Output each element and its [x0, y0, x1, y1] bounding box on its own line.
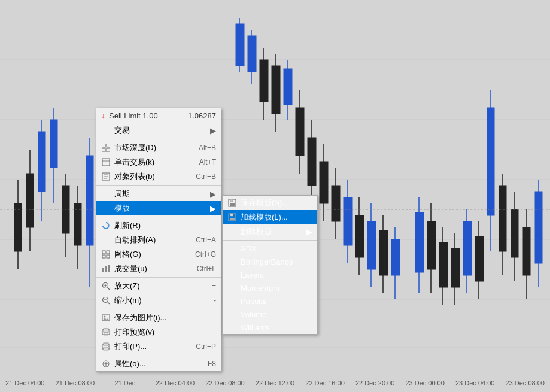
template-label: 模版 — [114, 203, 205, 214]
trade-arrow-icon: ▶ — [210, 126, 216, 135]
svg-rect-76 — [107, 148, 110, 152]
svg-rect-63 — [427, 221, 436, 269]
svg-rect-61 — [415, 212, 424, 272]
vol-icon — [100, 265, 112, 273]
svg-rect-96 — [108, 265, 110, 272]
svg-rect-9 — [26, 174, 34, 227]
svg-rect-49 — [332, 186, 340, 221]
load-template-icon — [226, 213, 238, 221]
svg-rect-65 — [439, 242, 448, 287]
svg-rect-112 — [104, 347, 108, 350]
grid-icon — [100, 250, 112, 259]
single-trade-shortcut: Alt+T — [199, 158, 216, 166]
svg-rect-17 — [74, 203, 81, 245]
print-preview-label: 打印预览(v) — [114, 327, 216, 338]
volume-shortcut: Ctrl+L — [197, 265, 216, 273]
menu-item-template[interactable]: 模版 ▶ 保存模版(S)... 加载模版(L)... 删除模版 — [96, 201, 221, 215]
svg-rect-41 — [284, 69, 292, 105]
adx-label: ADX — [241, 244, 312, 253]
svg-rect-29 — [523, 227, 530, 275]
sell-limit-price: 1.06287 — [188, 111, 216, 120]
submenu-adx[interactable]: ADX — [223, 242, 317, 255]
sell-limit-header: ↓ Sell Limit 1.00 1.06287 — [96, 108, 221, 123]
divider-4 — [96, 277, 221, 278]
axis-label: 21 Dec — [100, 379, 150, 387]
delete-template-arrow-icon: ▶ — [306, 227, 312, 236]
axis-label: 22 Dec 08:00 — [200, 379, 250, 387]
svg-rect-77 — [102, 159, 110, 166]
svg-rect-111 — [104, 343, 108, 345]
menu-item-save-image[interactable]: 保存为图片(i)... — [96, 311, 221, 325]
menu-item-print[interactable]: 打印(P)... Ctrl+P — [96, 339, 221, 354]
svg-rect-19 — [86, 156, 93, 245]
menu-item-auto-arrange[interactable]: 自动排列(A) Ctrl+A — [96, 233, 221, 247]
svg-rect-31 — [535, 192, 542, 263]
svg-rect-94 — [102, 268, 104, 272]
svg-rect-85 — [230, 199, 233, 202]
submenu-layers[interactable]: Layers — [223, 268, 317, 281]
svg-rect-11 — [38, 132, 45, 192]
menu-item-print-preview[interactable]: 打印预览(v) — [96, 325, 221, 339]
layers-label: Layers — [241, 271, 312, 279]
svg-point-105 — [104, 316, 106, 318]
submenu-volume[interactable]: Volume — [223, 308, 317, 321]
divider-1 — [96, 139, 221, 139]
trade-label: 交易 — [114, 125, 205, 136]
menu-item-volume[interactable]: 成交量(u) Ctrl+L — [96, 262, 221, 276]
template-submenu: 保存模版(S)... 加载模版(L)... 删除模版 ▶ ADX — [222, 195, 318, 335]
template-arrow-icon: ▶ — [210, 204, 216, 213]
volume-label: Volume — [241, 310, 312, 319]
object-list-icon — [100, 172, 112, 181]
delete-template-label: 删除模版 — [241, 226, 302, 237]
svg-rect-71 — [475, 236, 484, 281]
menu-item-properties[interactable]: 属性(o)... F8 — [96, 357, 221, 371]
divider-5 — [96, 309, 221, 309]
svg-rect-87 — [230, 218, 235, 220]
svg-line-103 — [108, 302, 110, 305]
svg-rect-108 — [104, 329, 108, 332]
svg-rect-53 — [355, 215, 364, 257]
svg-rect-74 — [107, 144, 110, 147]
svg-rect-57 — [379, 230, 388, 275]
submenu-save-template[interactable]: 保存模版(S)... — [223, 196, 317, 210]
axis-label: 22 Dec 20:00 — [350, 379, 400, 387]
menu-item-grid[interactable]: 网格(G) Ctrl+G — [96, 247, 221, 262]
object-list-label: 对象列表(b) — [114, 171, 184, 182]
svg-marker-89 — [102, 226, 104, 227]
menu-item-trade[interactable]: 交易 ▶ — [96, 123, 221, 138]
svg-rect-39 — [272, 66, 280, 114]
menu-item-single-trade[interactable]: 单击交易(k) Alt+T — [96, 155, 221, 169]
properties-icon — [100, 360, 112, 368]
properties-shortcut: F8 — [208, 360, 216, 368]
submenu-williams[interactable]: Williams — [223, 321, 317, 334]
market-depth-shortcut: Alt+B — [199, 144, 216, 152]
menu-item-refresh[interactable]: 刷新(R) — [96, 218, 221, 233]
zoom-out-icon — [100, 296, 112, 305]
menu-item-object-list[interactable]: 对象列表(b) Ctrl+B — [96, 169, 221, 184]
menu-item-zoom-in[interactable]: 放大(Z) + — [96, 279, 221, 293]
submenu-momentum[interactable]: Momentum — [223, 281, 317, 294]
grid-shortcut: Ctrl+G — [195, 250, 216, 259]
svg-rect-69 — [463, 221, 472, 275]
submenu-load-template[interactable]: 加载模版(L)... — [223, 210, 317, 224]
svg-rect-55 — [367, 221, 376, 269]
svg-rect-33 — [236, 24, 244, 66]
zoom-in-label: 放大(Z) — [114, 281, 200, 291]
submenu-popular[interactable]: Popular — [223, 294, 317, 308]
period-label: 周期 — [114, 189, 205, 199]
menu-item-market-depth[interactable]: 市场深度(D) Alt+B — [96, 141, 221, 155]
print-label: 打印(P)... — [114, 341, 184, 352]
submenu-delete-template[interactable]: 删除模版 ▶ — [223, 224, 317, 239]
print-preview-icon — [100, 328, 112, 336]
svg-rect-92 — [102, 255, 105, 258]
save-image-icon — [100, 314, 112, 322]
menu-item-period[interactable]: 周期 ▶ — [96, 187, 221, 201]
svg-rect-7 — [14, 203, 22, 251]
menu-item-zoom-out[interactable]: 缩小(m) - — [96, 293, 221, 308]
print-shortcut: Ctrl+P — [196, 342, 216, 351]
svg-rect-88 — [230, 214, 233, 216]
submenu-divider — [223, 240, 317, 241]
submenu-bollinger[interactable]: BollingerBands — [223, 255, 317, 268]
bollinger-label: BollingerBands — [241, 257, 312, 266]
market-depth-label: 市场深度(D) — [114, 142, 187, 153]
